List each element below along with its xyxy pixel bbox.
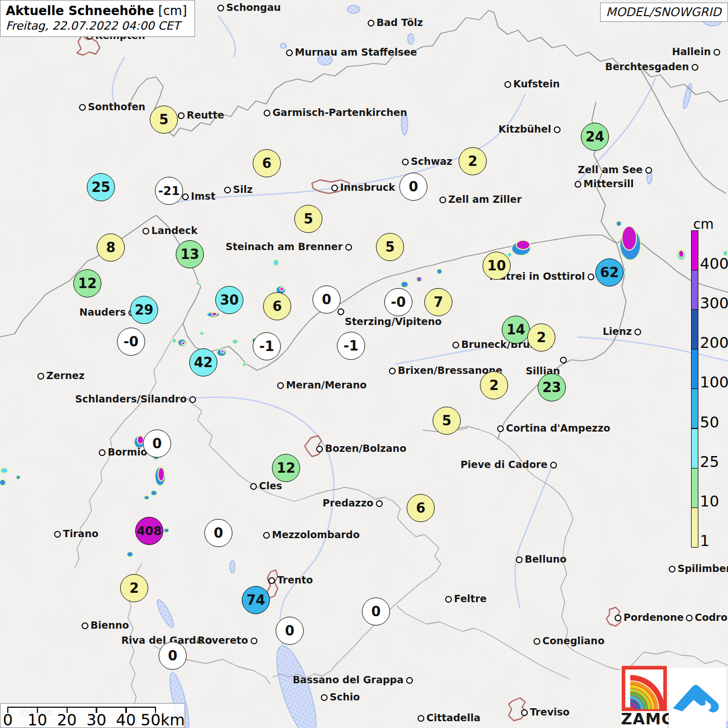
legend-segment <box>691 388 698 428</box>
town-marker <box>345 244 352 251</box>
station-value-marker: 5 <box>376 233 404 261</box>
town-marker <box>99 449 106 456</box>
town-marker <box>376 500 383 507</box>
snow-patch <box>127 552 133 557</box>
town-label: Silz <box>233 184 253 195</box>
snow-patch <box>151 490 157 496</box>
snow-patch <box>212 313 217 316</box>
legend-segment <box>691 270 698 310</box>
town-label: Cortina d'Ampezzo <box>506 422 610 434</box>
town-label: Zell am Ziller <box>448 193 522 205</box>
town-marker <box>713 49 720 56</box>
town-marker <box>554 126 561 133</box>
town-label: Bozen/Bolzano <box>325 443 406 454</box>
station-value-marker: 14 <box>502 316 530 344</box>
snow-patch <box>417 277 422 282</box>
town-label: Meran/Merano <box>286 379 367 391</box>
snow-patch <box>172 339 176 343</box>
town-label: Tirano <box>63 528 98 539</box>
town-marker <box>142 228 149 235</box>
legend-label: 25 <box>700 453 719 471</box>
town-label: Lienz <box>603 326 632 337</box>
zamg-rainbow-icon <box>621 666 668 711</box>
town-label: Kufstein <box>513 78 560 89</box>
scale-bar-label: 20 <box>57 711 77 728</box>
town-label: Bassano del Grappa <box>293 674 404 685</box>
station-value-marker: 23 <box>538 373 566 401</box>
station-value-marker: 10 <box>483 252 511 280</box>
town-label: Bad Tölz <box>376 17 423 28</box>
town-marker <box>182 193 189 200</box>
town-label: Pordenone <box>623 612 684 623</box>
snow-map: Aktuelle Schneehöhe [cm] Freitag, 22.07.… <box>0 0 728 728</box>
station-value-marker: -0 <box>384 288 412 316</box>
town-marker <box>575 181 581 188</box>
station-value-marker: 6 <box>263 292 291 320</box>
legend-title: cm <box>693 216 714 232</box>
station-value-marker: 5 <box>433 407 461 435</box>
town-label: Feltre <box>454 593 487 604</box>
town-marker <box>264 110 270 116</box>
town-label: Sonthofen <box>88 101 146 112</box>
town-label: Schongau <box>226 2 281 13</box>
snow-patch <box>221 350 224 353</box>
legend-segment <box>691 230 698 270</box>
snow-patch <box>232 340 238 344</box>
town-label: Zell am See <box>578 164 643 175</box>
town-label: Reutte <box>187 109 224 121</box>
town-label: Treviso <box>530 706 569 718</box>
town-marker <box>368 20 374 27</box>
title-box: Aktuelle Schneehöhe [cm] Freitag, 22.07.… <box>0 0 195 37</box>
town-label: Innsbruck <box>340 181 395 193</box>
scale-bar-label: 10 <box>28 711 47 728</box>
map-title: Aktuelle Schneehöhe [cm] <box>6 4 187 18</box>
scale-bar: 01020304050km <box>0 703 185 728</box>
snow-patch <box>679 250 684 257</box>
town-marker <box>588 274 594 280</box>
scale-bar-label: 30 <box>86 711 106 728</box>
station-value-marker: 0 <box>313 285 341 314</box>
partner-logo <box>669 668 726 728</box>
station-value-marker: 0 <box>159 642 187 670</box>
station-value-marker: 29 <box>130 296 158 324</box>
legend-segment <box>691 508 698 548</box>
snow-patch <box>158 467 164 481</box>
snow-patch <box>437 269 442 274</box>
town-marker <box>178 112 185 119</box>
legend-label: 10 <box>700 492 719 510</box>
zamg-wordmark: ZAMG <box>621 710 668 728</box>
town-marker <box>634 329 641 335</box>
town-label: Landeck <box>151 225 198 236</box>
snow-patch <box>16 475 20 479</box>
snow-patch <box>144 496 149 500</box>
snow-patch <box>274 259 279 266</box>
scale-bar-label: 0 <box>3 711 12 728</box>
map-datetime: Freitag, 22.07.2022 04:00 CET <box>6 19 187 32</box>
town-marker <box>550 462 557 469</box>
town-label: Steinach am Brenner <box>226 241 343 252</box>
town-label: Kitzbühel <box>499 123 551 135</box>
town-label: Rovereto <box>198 634 248 646</box>
town-label: Bormio <box>108 446 147 458</box>
snow-patch <box>280 288 284 291</box>
town-marker <box>504 81 511 88</box>
town-marker <box>389 368 396 374</box>
town-label: Schwaz <box>411 155 452 167</box>
town-marker <box>331 185 338 191</box>
town-marker <box>497 425 504 432</box>
station-value-marker: -21 <box>155 177 183 205</box>
station-value-marker: 7 <box>424 288 452 316</box>
town-marker <box>54 531 61 538</box>
town-label: Schio <box>330 691 360 703</box>
station-value-marker: 408 <box>135 517 163 545</box>
town-label: Riva del Garda <box>121 634 203 646</box>
snow-patch <box>516 240 530 250</box>
town-marker <box>516 556 523 563</box>
town-marker <box>534 638 540 645</box>
snow-patch <box>1 468 8 473</box>
town-marker <box>418 715 424 722</box>
town-label: Murnau am Staffelsee <box>295 46 417 58</box>
snow-patch <box>401 281 408 288</box>
town-label: Pieve di Cadore <box>460 459 548 470</box>
station-value-marker: 0 <box>143 430 171 458</box>
